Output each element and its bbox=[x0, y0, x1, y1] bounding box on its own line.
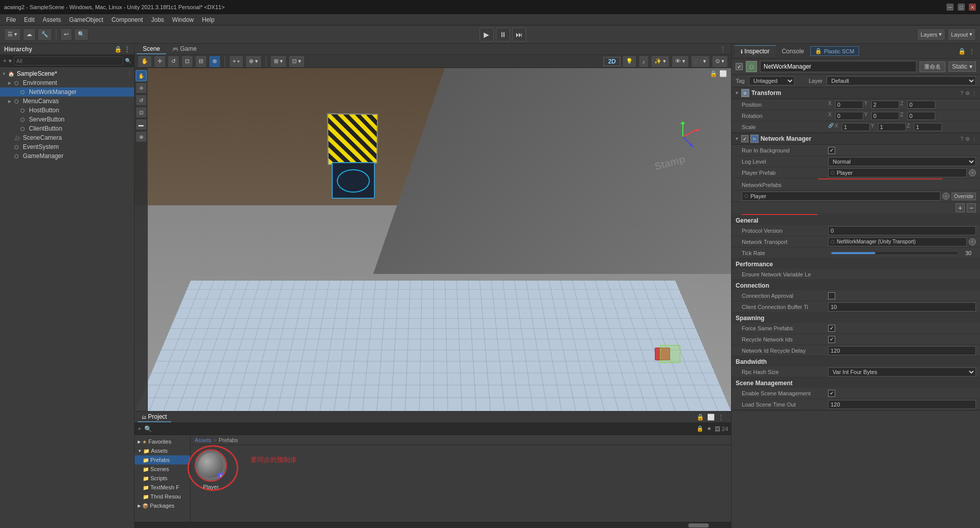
toolbar-search[interactable]: 🔍 bbox=[74, 28, 88, 41]
scale-x-input[interactable] bbox=[842, 123, 870, 131]
scale-tool-btn[interactable]: ⊡ bbox=[181, 55, 193, 68]
project-folder-scripts[interactable]: 📁 Scripts bbox=[135, 474, 190, 483]
minimize-button[interactable]: ─ bbox=[946, 4, 954, 11]
menu-jobs[interactable]: Jobs bbox=[147, 15, 168, 24]
project-packages-header[interactable]: ▶ 📦 Packages bbox=[135, 501, 190, 510]
scene-lock-icon[interactable]: 🔒 bbox=[710, 70, 717, 77]
play-button[interactable]: ▶ bbox=[480, 27, 494, 42]
project-scrollbar[interactable] bbox=[135, 522, 731, 528]
hierarchy-lock-icon[interactable]: 🔒 bbox=[114, 46, 122, 53]
rpc-hash-size-select[interactable]: Var Int Four Bytes bbox=[828, 367, 976, 377]
project-lock-icon[interactable]: 🔒 bbox=[697, 414, 704, 421]
breadcrumb-assets[interactable]: Assets bbox=[195, 437, 211, 443]
rotation-y-input[interactable] bbox=[871, 112, 899, 120]
hierarchy-item-environment[interactable]: ▶ ⬡ Environment bbox=[0, 78, 134, 87]
inspector-menu-icon[interactable]: ⋮ bbox=[969, 48, 975, 55]
tab-console[interactable]: Console bbox=[776, 46, 810, 57]
rotate-tool-btn[interactable]: ↺ bbox=[168, 55, 179, 68]
project-folder-textmesh[interactable]: 📁 TextMesh F bbox=[135, 483, 190, 492]
breadcrumb-prefabs[interactable]: Prefabs bbox=[218, 437, 238, 443]
scroll-thumb[interactable] bbox=[688, 523, 709, 527]
rect-tool-btn[interactable]: ⊟ bbox=[195, 55, 207, 68]
protocol-version-input[interactable] bbox=[828, 226, 976, 235]
toolbar-unity-menu[interactable]: ☰ ▾ bbox=[4, 28, 21, 41]
tab-project[interactable]: 🗂 Project bbox=[138, 412, 171, 422]
add-btn[interactable]: + bbox=[138, 425, 141, 432]
scene-fx-btn[interactable]: ✨ ▾ bbox=[651, 55, 670, 68]
toolbar-collab[interactable]: ☁ bbox=[23, 28, 36, 41]
transform-header[interactable]: ▼ ⊕ Transform ? ⚙ ⋮ bbox=[732, 87, 980, 99]
position-z-input[interactable] bbox=[907, 101, 935, 109]
project-menu-icon[interactable]: ⋮ bbox=[718, 414, 724, 421]
project-favorites-header[interactable]: ▶ ★ Favorites bbox=[135, 437, 190, 446]
project-assets-header[interactable]: ▼ 📁 Assets bbox=[135, 446, 190, 455]
multi-tool-btn[interactable]: ⊕ bbox=[209, 55, 220, 68]
scale-y-input[interactable] bbox=[878, 123, 906, 131]
menu-help[interactable]: Help bbox=[198, 15, 219, 24]
client-buffer-input[interactable] bbox=[828, 302, 976, 312]
move-tool-btn[interactable]: ✛ bbox=[154, 55, 166, 68]
add-prefab-button[interactable]: + bbox=[956, 203, 965, 212]
toolbar-cloud[interactable]: 🔧 bbox=[38, 28, 52, 41]
hierarchy-item-hostbutton[interactable]: ▶ ⬡ HostButton bbox=[0, 106, 134, 115]
network-manager-header[interactable]: ▼ ✓ N Network Manager ? ⚙ ⋮ bbox=[732, 133, 980, 145]
hierarchy-item-serverbutton[interactable]: ▶ ⬡ ServerButton bbox=[0, 115, 134, 124]
grid-btn[interactable]: ⊞ ▾ bbox=[270, 55, 287, 68]
transform-settings-icon[interactable]: ⚙ bbox=[965, 90, 970, 96]
scene-audio-btn[interactable]: ♪ bbox=[639, 55, 649, 68]
global-btn[interactable]: ⊕ ▾ bbox=[245, 55, 262, 68]
scene-panel-menu[interactable]: ⋮ bbox=[717, 46, 729, 53]
scale-tool[interactable]: ⊡ bbox=[136, 107, 147, 118]
static-dropdown[interactable]: Static ▾ bbox=[949, 61, 976, 72]
step-button[interactable]: ⏭ bbox=[512, 27, 526, 42]
project-folder-thrid[interactable]: 📁 Thrid Resou bbox=[135, 492, 190, 501]
hierarchy-menu-icon[interactable]: ⋮ bbox=[124, 46, 130, 53]
active-checkbox[interactable]: ✓ bbox=[736, 63, 743, 70]
player-prefab-thumbnail[interactable]: P bbox=[195, 449, 227, 482]
layout-dropdown[interactable]: Layout ▾ bbox=[947, 28, 976, 41]
project-star-icon[interactable]: ★ bbox=[707, 425, 712, 432]
inspector-lock-icon[interactable]: 🔒 bbox=[958, 48, 966, 55]
project-folder-scenes[interactable]: 📁 Scenes bbox=[135, 464, 190, 474]
rotate-tool[interactable]: ↺ bbox=[136, 95, 147, 106]
scene-lighting-btn[interactable]: 💡 bbox=[622, 55, 637, 68]
project-search-icon[interactable]: 🔍 bbox=[144, 425, 152, 432]
network-id-recycle-delay-input[interactable] bbox=[828, 346, 976, 355]
scene-view[interactable]: Stamp ✋ ✛ ↺ ⊡ ▬ ⊕ 🔒 ⬜ bbox=[135, 68, 731, 411]
position-x-input[interactable] bbox=[835, 101, 863, 109]
hierarchy-item-eventsystem[interactable]: ▶ ⬡ EventSystem bbox=[0, 142, 134, 151]
network-transport-field[interactable]: ⬡ NetWorkManager (Unity Transport) bbox=[828, 237, 967, 246]
menu-assets[interactable]: Assets bbox=[39, 15, 65, 24]
run-in-background-checkbox[interactable]: ✓ bbox=[828, 147, 835, 154]
transform-tool-btn[interactable]: ✋ bbox=[138, 55, 152, 68]
hierarchy-item-samplescene[interactable]: ▼ 🏠 SampleScene* ⋮ bbox=[0, 69, 134, 78]
project-maximize-icon[interactable]: ⬜ bbox=[707, 414, 715, 421]
tab-inspector[interactable]: ℹ Inspector bbox=[735, 45, 776, 57]
menu-edit[interactable]: Edit bbox=[20, 15, 39, 24]
override-button[interactable]: Override bbox=[952, 193, 976, 200]
transform-help-icon[interactable]: ? bbox=[960, 90, 963, 96]
layer-select[interactable]: Default bbox=[827, 76, 976, 85]
pivot-btn[interactable]: ⌖ ▾ bbox=[229, 55, 243, 68]
scene-menu-icon[interactable]: ⋮ bbox=[127, 71, 132, 77]
tag-select[interactable]: Untagged bbox=[749, 76, 795, 85]
scene-hidden-btn[interactable]: 👁 ▾ bbox=[672, 55, 689, 68]
project-folder-prefabs[interactable]: 📁 Prefabs bbox=[135, 455, 190, 464]
connection-approval-checkbox[interactable] bbox=[828, 292, 835, 299]
snap-btn[interactable]: ⊡ ▾ bbox=[289, 55, 305, 68]
tab-game[interactable]: 🎮 Game bbox=[166, 44, 203, 54]
scale-z-input[interactable] bbox=[914, 123, 942, 131]
prefab-item-picker[interactable]: ○ bbox=[942, 193, 950, 200]
rotation-z-input[interactable] bbox=[907, 112, 935, 120]
load-scene-time-out-input[interactable] bbox=[828, 400, 976, 409]
hierarchy-item-menucanvas[interactable]: ▶ ⬡ MenuCanvas bbox=[0, 97, 134, 106]
player-prefab-field[interactable]: ⬡ Player bbox=[828, 168, 967, 177]
network-manager-help-icon[interactable]: ? bbox=[960, 136, 963, 142]
hierarchy-item-gamemanager[interactable]: ▶ ⬡ GameManager bbox=[0, 151, 134, 161]
hierarchy-item-scenecamera[interactable]: ▶ 🎥 SceneCamera bbox=[0, 133, 134, 142]
recycle-network-ids-checkbox[interactable]: ✓ bbox=[828, 336, 835, 343]
pause-button[interactable]: ⏸ bbox=[496, 27, 510, 42]
scene-2d-button[interactable]: 2D bbox=[604, 57, 620, 66]
hierarchy-search-input[interactable] bbox=[14, 56, 123, 66]
network-transport-picker[interactable]: ○ bbox=[969, 238, 976, 245]
